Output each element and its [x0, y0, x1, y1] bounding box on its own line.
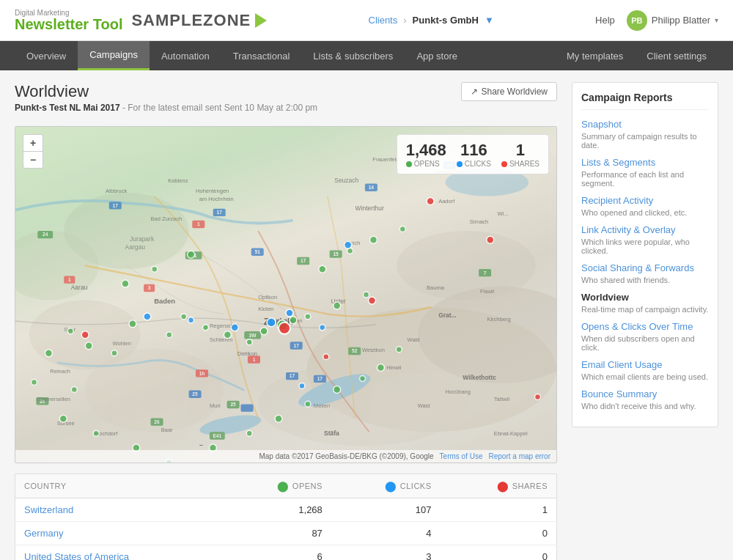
svg-text:Baden: Baden [154, 297, 175, 305]
nav-item-my-templates[interactable]: My templates [555, 41, 635, 70]
map-zoom-controls: + − [23, 134, 43, 169]
svg-text:Aarau: Aarau [71, 284, 88, 291]
col-country: COUNTRY [15, 474, 225, 498]
clicks-value: 116 [457, 141, 491, 160]
nav-item-overview[interactable]: Overview [15, 41, 78, 70]
nav-item-transactional[interactable]: Transactional [221, 41, 302, 70]
svg-text:Hinwil: Hinwil [386, 364, 401, 371]
svg-text:Suhr: Suhr [64, 326, 75, 333]
nav-item-app-store[interactable]: App store [405, 41, 469, 70]
sidebar-link-link-activity[interactable]: Link Activity & Overlay [581, 224, 709, 235]
opens-cell: 1,268 [224, 498, 331, 522]
svg-text:E41: E41 [213, 433, 221, 438]
country-link-usa[interactable]: United States of America [24, 551, 129, 560]
table-body: Switzerland 1,268 107 1 Germany 87 4 0 [15, 498, 557, 561]
terms-of-use-link[interactable]: Terms of Use [440, 452, 483, 460]
svg-text:Reinach: Reinach [50, 368, 70, 375]
svg-text:Seuzach: Seuzach [334, 177, 358, 184]
svg-text:17: 17 [216, 210, 222, 215]
content-right: Campaign Reports Snapshot Summary of cam… [572, 82, 718, 560]
sidebar-desc-link-activity: Which links were popular, who clicked. [581, 237, 709, 255]
clicks-stat: 116 CLICKS [457, 141, 491, 168]
svg-text:Sirnach: Sirnach [470, 218, 489, 225]
col-shares: ⬤ SHARES [441, 474, 557, 498]
sidebar-link-email-client[interactable]: Email Client Usage [581, 359, 709, 370]
table-header-row: COUNTRY ⬤ OPENS ⬤ CLICKS [15, 474, 557, 498]
brand-name: SampleZone [131, 11, 251, 30]
svg-text:17: 17 [317, 376, 323, 381]
sidebar-link-recipient-activity[interactable]: Recipient Activity [581, 195, 709, 206]
user-dropdown-arrow[interactable]: ▾ [715, 16, 718, 24]
report-map-error-link[interactable]: Report a map error [489, 452, 550, 460]
svg-text:Kloten: Kloten [258, 306, 273, 312]
shares-stat: 1 SHARES [501, 141, 539, 168]
table-row: United States of America 6 3 0 [15, 545, 557, 561]
opens-value: 1,468 [406, 141, 446, 160]
sidebar-link-snapshot[interactable]: Snapshot [581, 119, 709, 130]
sidebar-desc-recipient-activity: Who opened and clicked, etc. [581, 208, 709, 217]
help-link[interactable]: Help [595, 15, 615, 26]
svg-text:Aargau: Aargau [125, 243, 145, 251]
nav-item-client-settings[interactable]: Client settings [635, 41, 718, 70]
svg-text:25: 25 [192, 391, 198, 397]
clicks-cell: 107 [331, 498, 441, 522]
svg-text:Muri: Muri [210, 402, 221, 409]
svg-text:Meilen: Meilen [314, 402, 330, 409]
sidebar-desc-lists-segments: Performance of each list and segment. [581, 170, 709, 188]
svg-text:24: 24 [43, 232, 48, 237]
shares-cell: 1 [441, 498, 557, 522]
shares-value: 1 [501, 141, 539, 160]
country-cell: Switzerland [15, 498, 225, 522]
zoom-in-button[interactable]: + [23, 135, 43, 151]
share-row: ↗ Share Worldview [461, 82, 557, 101]
svg-text:25: 25 [230, 402, 236, 407]
breadcrumb-separator: › [403, 15, 406, 26]
sidebar-desc-opens-clicks: When did subscribers open and click. [581, 334, 709, 352]
opens-dot-icon [406, 161, 412, 167]
newsletter-tool-logo: Digital Marketing Newsletter Tool [15, 9, 122, 32]
sent-info: - For the latest email sent Sent 10 May … [122, 103, 317, 113]
clicks-label: CLICKS [457, 160, 491, 168]
nav-item-automation[interactable]: Automation [150, 41, 221, 70]
sidebar-link-bounce-summary[interactable]: Bounce Summary [581, 388, 709, 399]
content-left: Worldview Punkt-s Test NL Mai 2017 - For… [15, 82, 557, 560]
col-clicks: ⬤ CLICKS [331, 474, 441, 498]
country-cell: Germany [15, 522, 225, 545]
svg-text:Flawil: Flawil [480, 288, 495, 295]
svg-text:Tattwil: Tattwil [494, 396, 509, 402]
sidebar-desc-snapshot: Summary of campaign results to date. [581, 132, 709, 150]
nav-item-campaigns[interactable]: Campaigns [78, 41, 150, 70]
nav-right: My templates Client settings [555, 41, 718, 70]
nav-item-lists-subscribers[interactable]: Lists & subscribers [301, 41, 405, 70]
country-link-switzerland[interactable]: Switzerland [24, 504, 73, 515]
opens-cell: 87 [224, 522, 331, 545]
zoom-out-button[interactable]: − [23, 152, 43, 168]
share-icon: ↗ [471, 86, 478, 97]
sidebar-desc-bounce-summary: Who didn't receive this and why. [581, 402, 709, 410]
svg-text:Koblenz: Koblenz [168, 177, 188, 184]
svg-text:am Hochrhein: am Hochrhein [199, 196, 234, 202]
client-dropdown-arrow[interactable]: ▼ [485, 15, 494, 26]
svg-text:7: 7 [484, 270, 487, 276]
clients-link[interactable]: Clients [369, 15, 398, 26]
svg-text:Aadorf: Aadorf [438, 198, 455, 205]
svg-text:Uster: Uster [331, 298, 346, 305]
sidebar-link-social-sharing[interactable]: Social Sharing & Forwards [581, 262, 709, 273]
opens-cell: 6 [224, 545, 331, 561]
col-opens: ⬤ OPENS [224, 474, 331, 498]
svg-text:Wilkethottc: Wilkethottc [463, 374, 496, 381]
share-worldview-button[interactable]: ↗ Share Worldview [461, 82, 557, 101]
clicks-dot-icon [457, 161, 463, 167]
svg-point-3 [397, 231, 535, 301]
svg-text:Hocühang: Hocühang [446, 388, 471, 395]
svg-text:14: 14 [369, 185, 375, 190]
svg-text:Hohentengen: Hohentengen [196, 188, 229, 194]
logo-area: Digital Marketing Newsletter Tool Sample… [15, 9, 267, 32]
svg-text:17: 17 [290, 374, 295, 379]
shares-label: SHARES [501, 160, 539, 168]
sidebar-link-lists-segments[interactable]: Lists & Segments [581, 157, 709, 168]
sidebar-link-opens-clicks[interactable]: Opens & Clicks Over Time [581, 321, 709, 332]
country-link-germany[interactable]: Germany [24, 528, 63, 539]
svg-text:Wi...: Wi... [498, 210, 509, 217]
svg-text:17: 17 [294, 343, 300, 348]
